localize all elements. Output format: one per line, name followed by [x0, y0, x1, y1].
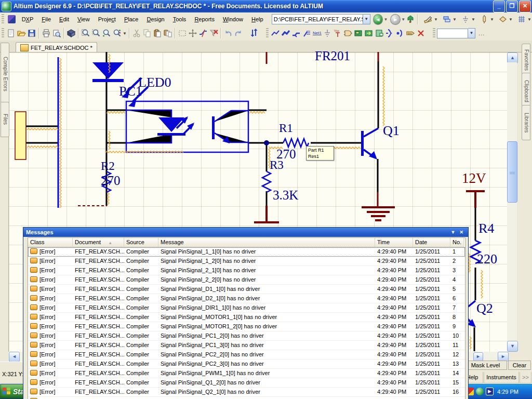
- left-tab-files[interactable]: Files: [1, 102, 9, 137]
- designator-r3[interactable]: R3: [270, 159, 284, 171]
- mask-level-button[interactable]: Mask Level: [464, 361, 507, 370]
- paste-icon[interactable]: [152, 28, 163, 38]
- alignment-icon[interactable]: [442, 14, 452, 24]
- redo-icon[interactable]: [233, 28, 244, 38]
- paste-array-icon[interactable]: [163, 28, 173, 38]
- message-row-13[interactable]: [Error]FET_RELAY.SCH...CompilerSignal Pi…: [28, 360, 465, 369]
- zoom-area-icon[interactable]: [91, 28, 101, 38]
- message-row-10[interactable]: [Error]FET_RELAY.SCH...CompilerSignal Pi…: [28, 331, 465, 341]
- vcc-power-port-icon[interactable]: Vcc: [332, 28, 343, 38]
- back-history-caret-icon[interactable]: ▼: [383, 17, 388, 22]
- menu-view[interactable]: View: [73, 15, 94, 24]
- instruments-panel-button[interactable]: Instruments: [484, 372, 519, 383]
- utilities-caret-icon[interactable]: ▼: [434, 17, 438, 22]
- power-sources-icon[interactable]: [460, 14, 471, 24]
- menu-window[interactable]: Window: [219, 15, 247, 24]
- signal-harness-icon[interactable]: [291, 28, 301, 38]
- bus-entry-icon[interactable]: [301, 28, 312, 38]
- zoom-selection-icon[interactable]: [101, 28, 112, 38]
- menu-design[interactable]: Design: [142, 15, 168, 24]
- variant-combo[interactable]: [437, 29, 468, 38]
- document-address-combo[interactable]: D:\PCB\FET_RELAY\FET_RELAY.SCHD ▼: [272, 14, 370, 24]
- undo-icon[interactable]: [223, 28, 233, 38]
- column-header-message[interactable]: Message: [158, 238, 375, 247]
- message-row-14[interactable]: [Error]FET_RELAY.SCH...CompilerSignal Pi…: [28, 369, 465, 378]
- part-icon[interactable]: [343, 28, 353, 38]
- toolbar-more-button[interactable]: ...: [478, 30, 485, 36]
- designator-q1[interactable]: Q1: [383, 124, 400, 138]
- menu-edit[interactable]: Edit: [55, 15, 73, 24]
- menu-reports[interactable]: Reports: [190, 15, 219, 24]
- forward-history-caret-icon[interactable]: ▼: [401, 17, 405, 22]
- message-row-6[interactable]: [Error]FET_RELAY.SCH...CompilerSignal Pi…: [28, 294, 465, 303]
- view-3d-icon[interactable]: [66, 28, 76, 38]
- zoom-document-icon[interactable]: [81, 28, 91, 38]
- grids-icon[interactable]: [516, 14, 527, 24]
- parts-icon[interactable]: [479, 14, 489, 24]
- minimize-button[interactable]: _: [493, 1, 505, 12]
- message-row-8[interactable]: [Error]FET_RELAY.SCH...CompilerSignal Pi…: [28, 313, 465, 322]
- download-manager-tray-icon[interactable]: [476, 388, 484, 395]
- message-row-17[interactable]: [Error]FET_RELAY.SCH...CompilerSignal Pi…: [28, 397, 465, 399]
- messages-close-icon[interactable]: ✕: [457, 230, 466, 235]
- column-header-document[interactable]: Document▲: [73, 238, 124, 247]
- more-panels-button[interactable]: >>: [520, 372, 531, 383]
- utilities-icon[interactable]: [423, 14, 433, 24]
- right-tab-favorites[interactable]: Favorites: [522, 44, 530, 77]
- variant-combo-caret-icon[interactable]: ▼: [468, 28, 475, 38]
- designator-q2[interactable]: Q2: [476, 302, 493, 315]
- left-tab-compile-errors[interactable]: Compile Errors: [1, 43, 9, 105]
- move-selection-icon[interactable]: [188, 28, 198, 38]
- alignment-caret-icon[interactable]: ▼: [453, 17, 457, 22]
- nets-icon[interactable]: [498, 14, 508, 24]
- port-icon[interactable]: D1: [405, 28, 416, 38]
- clear-filter-icon[interactable]: [208, 28, 219, 38]
- messages-dropdown-icon[interactable]: ▼: [449, 230, 458, 235]
- menu-place[interactable]: Place: [120, 15, 143, 24]
- player-tray-icon[interactable]: ▶: [486, 388, 494, 395]
- address-dropdown-icon[interactable]: ▼: [363, 14, 370, 24]
- power-sources-caret-icon[interactable]: ▼: [471, 17, 476, 22]
- column-header-time[interactable]: Time: [375, 238, 413, 247]
- scroll-left-icon[interactable]: ◄: [9, 352, 20, 362]
- message-row-2[interactable]: [Error]FET_RELAY.SCH...CompilerSignal Pi…: [28, 257, 465, 266]
- save-icon[interactable]: [26, 28, 37, 38]
- grids-caret-icon[interactable]: ▼: [527, 17, 532, 22]
- toolbar-grip[interactable]: [2, 14, 4, 24]
- copy-icon[interactable]: [142, 28, 152, 38]
- message-row-7[interactable]: [Error]FET_RELAY.SCH...CompilerSignal Pi…: [28, 303, 465, 313]
- message-row-11[interactable]: [Error]FET_RELAY.SCH...CompilerSignal Pi…: [28, 341, 465, 350]
- message-row-1[interactable]: [Error]FET_RELAY.SCH...CompilerSignal Pi…: [28, 247, 465, 257]
- clear-button[interactable]: Clear: [508, 361, 531, 370]
- bus-icon[interactable]: [281, 28, 291, 38]
- home-navigation-icon[interactable]: [405, 14, 416, 24]
- vertical-scroll-thumb[interactable]: [507, 141, 517, 203]
- message-row-4[interactable]: [Error]FET_RELAY.SCH...CompilerSignal Pi…: [28, 275, 465, 285]
- tab-fet-relay-schdoc[interactable]: FET_RELAY.SCHDOC *: [16, 42, 97, 52]
- print-preview-icon[interactable]: [51, 28, 62, 38]
- power-label-12v[interactable]: 12V: [462, 171, 486, 185]
- title-bar[interactable]: Altium Designer 6.9 - D:\PCB\FET_RELAY\F…: [0, 0, 532, 12]
- address-field[interactable]: D:\PCB\FET_RELAY\FET_RELAY.SCHD: [272, 14, 363, 24]
- toolbar-grip[interactable]: [266, 28, 269, 38]
- menu-file[interactable]: File: [37, 15, 55, 24]
- cross-probe-icon[interactable]: [249, 28, 259, 38]
- message-row-16[interactable]: [Error]FET_RELAY.SCH...CompilerSignal Pi…: [28, 388, 465, 397]
- no-erc-icon[interactable]: [416, 28, 426, 38]
- value-r4[interactable]: 220: [477, 252, 497, 266]
- message-row-15[interactable]: [Error]FET_RELAY.SCH...CompilerSignal Pi…: [28, 378, 465, 388]
- designator-pc1[interactable]: PC1: [119, 85, 142, 98]
- parts-caret-icon[interactable]: ▼: [490, 17, 495, 22]
- open-icon[interactable]: [16, 28, 26, 38]
- designator-r4[interactable]: R4: [478, 222, 494, 235]
- message-row-12[interactable]: [Error]FET_RELAY.SCH...CompilerSignal Pi…: [28, 350, 465, 360]
- navigate-back-icon[interactable]: ◄: [373, 14, 383, 25]
- column-header-date[interactable]: Date: [413, 238, 450, 247]
- menu-project[interactable]: Project: [94, 15, 120, 24]
- right-tab-libraries[interactable]: Libraries: [522, 105, 530, 140]
- designator-led0[interactable]: LED0: [138, 76, 171, 89]
- harness-connector-icon[interactable]: [384, 28, 395, 38]
- select-rect-icon[interactable]: [177, 28, 188, 38]
- wire-icon[interactable]: [270, 28, 281, 38]
- designator-r1[interactable]: R1: [279, 122, 293, 134]
